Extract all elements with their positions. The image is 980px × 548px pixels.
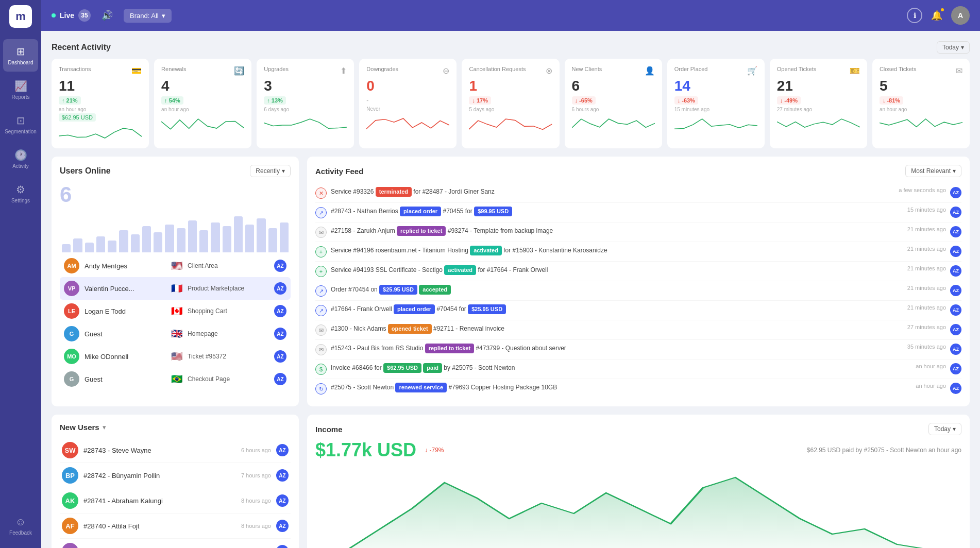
chevron-icon: ▾ — [953, 425, 956, 433]
stat-card[interactable]: Order Placed 🛒 14 ↓ -63% 15 minutes ago — [667, 59, 765, 148]
stat-card[interactable]: New Clients 👤 6 ↓ -65% 6 hours ago — [565, 59, 662, 148]
feed-tag: replied to ticket — [425, 344, 474, 353]
new-user-row[interactable]: AF #28740 - Attila Fojt 8 hours ago AZ — [60, 513, 291, 539]
bar-chart-bar — [268, 228, 277, 252]
stat-card-value: 0 — [366, 78, 449, 94]
user-page: Client Area — [188, 262, 269, 269]
online-user-item[interactable]: LE Logan E Todd 🇨🇦 Shopping Cart AZ — [60, 300, 291, 322]
chevron-down-icon: ▾ — [103, 423, 106, 431]
feed-item-time: 21 minutes ago — [907, 226, 946, 232]
stat-card-value: 11 — [59, 78, 142, 94]
stat-card[interactable]: Cancellation Requests ⊗ 1 ↓ 17% 5 days a… — [462, 59, 559, 148]
recent-activity-section: Recent Activity Today ▾ Transactions 💳 1… — [52, 41, 970, 148]
stat-badge: ↑ 21% — [59, 96, 81, 105]
stat-time: an hour ago — [59, 107, 142, 112]
online-user-item[interactable]: VP Valentin Pucce... 🇫🇷 Product Marketpl… — [60, 277, 291, 300]
sidebar-item-activity[interactable]: 🕐 Activity — [3, 143, 38, 175]
logo: m — [9, 5, 32, 28]
recently-filter-button[interactable]: Recently ▾ — [250, 165, 291, 177]
sidebar-item-label: Segmentation — [5, 129, 37, 134]
mini-chart — [264, 116, 347, 132]
brand-filter[interactable]: Brand: All ▾ — [124, 9, 172, 23]
today-filter-button[interactable]: Today ▾ — [937, 41, 970, 54]
sidebar-item-feedback[interactable]: ☺ Feedback — [3, 510, 38, 542]
online-user-item[interactable]: G Guest 🇧🇷 Checkout Page AZ — [60, 368, 291, 390]
stat-card[interactable]: Renewals 🔄 4 ↑ 54% an hour ago — [154, 59, 251, 148]
live-indicator: Live 35 — [52, 9, 91, 22]
new-user-time: 8 hours ago — [241, 523, 271, 529]
dashboard-icon: ⊞ — [16, 45, 25, 58]
stat-card-icon: 🎫 — [850, 66, 860, 76]
stat-card-title: Order Placed — [674, 66, 708, 72]
online-user-item[interactable]: MO Mike ODonnell 🇺🇸 Ticket #95372 AZ — [60, 345, 291, 368]
feed-item: ↗ Order #70454 on $25.95 USD accepted 21… — [315, 281, 961, 301]
sidebar-item-settings[interactable]: ⚙ Settings — [3, 177, 38, 210]
stat-card[interactable]: Opened Tickets 🎫 21 ↓ -49% 27 minutes ag… — [770, 59, 867, 148]
new-user-row[interactable]: NT #28739 - Nguyen Tran 13 hours ago AZ — [60, 539, 291, 548]
bar-chart-bar — [154, 232, 162, 252]
bar-chart-bar — [96, 236, 105, 252]
stat-card[interactable]: Transactions 💳 11 ↑ 21% an hour ago $62.… — [52, 59, 149, 148]
income-filter-button[interactable]: Today ▾ — [928, 423, 961, 435]
sidebar-item-label: Dashboard — [8, 60, 33, 65]
sidebar-item-reports[interactable]: 📈 Reports — [3, 74, 38, 106]
feed-item: ✉ #27158 - Zarukh Anjum replied to ticke… — [315, 222, 961, 242]
user-page: Shopping Cart — [188, 307, 269, 315]
mini-chart — [880, 116, 962, 132]
feed-item-icon: $ — [315, 364, 327, 375]
stat-card-title: Opened Tickets — [777, 66, 816, 72]
bar-chart-bar — [234, 216, 243, 252]
online-user-item[interactable]: G Guest 🇬🇧 Homepage AZ — [60, 322, 291, 345]
new-user-time: 6 hours ago — [241, 447, 271, 453]
stat-card-header: Renewals 🔄 — [161, 66, 244, 76]
chevron-icon: ▾ — [953, 167, 956, 175]
feed-tag: replied to ticket — [397, 226, 446, 236]
new-user-row[interactable]: AK #28741 - Abraham Kalungi 8 hours ago … — [60, 488, 291, 513]
user-avatar[interactable]: A — [951, 6, 970, 25]
activity-feed-list: ✕ Service #93326 terminated for #28487 -… — [315, 183, 961, 398]
feed-item-text: Service #94193 SSL Certificate - Sectigo… — [331, 265, 903, 275]
online-user-item[interactable]: AM Andy Mentges 🇺🇸 Client Area AZ — [60, 254, 291, 277]
mini-chart — [59, 126, 142, 141]
stat-card-value: 6 — [572, 78, 655, 94]
new-users-list: SW #28743 - Steve Wayne 6 hours ago AZ B… — [60, 438, 291, 548]
feed-item: ✕ Service #93326 terminated for #28487 -… — [315, 183, 961, 203]
new-user-row[interactable]: SW #28743 - Steve Wayne 6 hours ago AZ — [60, 438, 291, 463]
stat-card-header: Closed Tickets ✉ — [880, 66, 962, 76]
stat-card[interactable]: Upgrades ⬆ 3 ↑ 13% 6 days ago — [257, 59, 354, 148]
new-user-row[interactable]: BP #28742 - Bünyamin Pollin 7 hours ago … — [60, 463, 291, 488]
new-user-time: 8 hours ago — [241, 498, 271, 504]
stat-card[interactable]: Closed Tickets ✉ 5 ↓ -81% an hour ago — [872, 59, 970, 148]
feed-item-time: 21 minutes ago — [907, 246, 946, 252]
feed-item: ↗ #17664 - Frank Orwell placed order #70… — [315, 301, 961, 320]
stat-card-value: 4 — [161, 78, 244, 94]
bar-chart-bar — [177, 228, 185, 252]
stat-usd: $62.95 USD — [59, 113, 96, 122]
stat-card-title: Upgrades — [264, 66, 289, 72]
sidebar-item-dashboard[interactable]: ⊞ Dashboard — [3, 39, 38, 72]
stat-card[interactable]: Downgrades ⊖ 0 - Never — [359, 59, 457, 148]
info-icon[interactable]: ℹ — [907, 8, 922, 23]
topbar-right: ℹ 🔔 A — [907, 6, 970, 25]
feed-az-badge: AZ — [950, 383, 961, 394]
stat-badge: ↓ -63% — [674, 96, 698, 105]
online-users-list: AM Andy Mentges 🇺🇸 Client Area AZ VP Val… — [60, 254, 291, 390]
bar-chart-bar — [188, 220, 197, 252]
stat-badge: ↓ 17% — [469, 96, 491, 105]
stat-card-icon: ⊖ — [443, 66, 449, 76]
sidebar-item-segmentation[interactable]: ⊡ Segmentation — [3, 108, 38, 141]
income-header: Income Today ▾ — [315, 423, 961, 435]
user-page: Ticket #95372 — [188, 353, 269, 360]
speaker-icon[interactable]: 🔊 — [99, 7, 115, 24]
new-users-header: New Users ▾ — [60, 423, 291, 432]
notification-bell[interactable]: 🔔 — [928, 7, 945, 24]
feed-filter-button[interactable]: Most Relevant ▾ — [905, 165, 961, 177]
feed-tag: terminated — [376, 187, 412, 197]
feed-tag: activated — [470, 246, 502, 255]
sidebar-item-label: Activity — [12, 163, 29, 169]
stat-card-title: New Clients — [572, 66, 602, 72]
feed-az-badge: AZ — [950, 226, 961, 237]
new-user-time: 7 hours ago — [241, 472, 271, 478]
feed-item-text: #27158 - Zarukh Anjum replied to ticket … — [331, 226, 903, 236]
new-user-avatar: NT — [62, 543, 78, 548]
